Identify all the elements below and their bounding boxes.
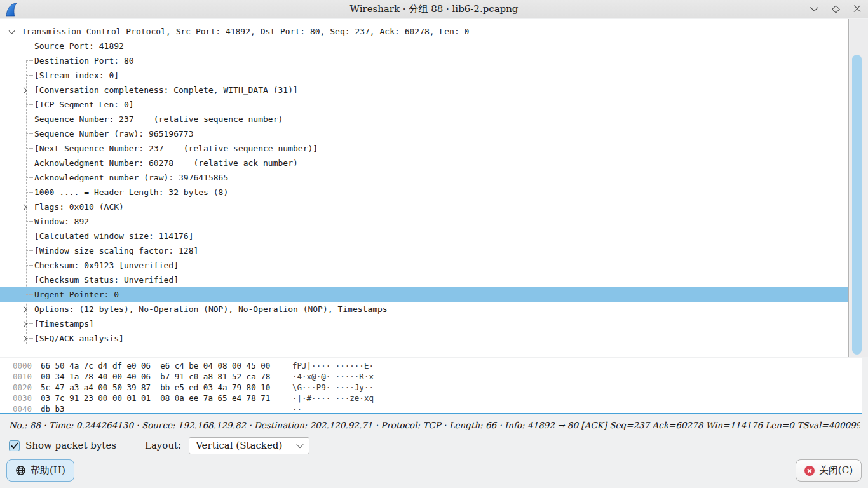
layout-label: Layout: (145, 440, 181, 451)
tree-row[interactable]: [Window size scaling factor: 128] (0, 243, 848, 258)
tree-row-label: Acknowledgment Number: 60278 (relative a… (34, 156, 298, 170)
tree-row-label: [TCP Segment Len: 0] (34, 97, 134, 112)
hex-offset: 0040 (13, 403, 41, 414)
hex-bytes: 5c 47 a3 a4 00 50 39 87 bb e5 ed 03 4a 7… (41, 382, 292, 393)
close-button[interactable]: 关闭(C) (796, 459, 862, 482)
tree-row-label: [Conversation completeness: Complete, WI… (34, 83, 298, 97)
expander-open-icon[interactable] (9, 27, 15, 34)
tree-row[interactable]: [Checksum Status: Unverified] (0, 273, 848, 287)
layout-dropdown[interactable]: Vertical (Stacked) (189, 437, 309, 454)
expander-closed-icon[interactable] (21, 204, 27, 210)
hex-ascii: ·|·#···· ···ze·xq (292, 393, 374, 403)
show-packet-bytes-checkbox[interactable] (9, 440, 20, 451)
expander-closed-icon[interactable] (21, 321, 27, 327)
expander-closed-icon[interactable] (21, 87, 27, 93)
tree-row[interactable]: Sequence Number: 237 (relative sequence … (0, 112, 848, 126)
tree-row[interactable]: 1000 .... = Header Length: 32 bytes (8) (0, 185, 848, 200)
tree-row-label: Urgent Pointer: 0 (34, 287, 119, 302)
tree-row[interactable]: Destination Port: 80 (0, 53, 848, 68)
tree-scrollbar-thumb[interactable] (852, 55, 862, 355)
tree-row-label: [Stream index: 0] (34, 68, 119, 83)
tree-row-label: Destination Port: 80 (34, 53, 134, 68)
window-title: Wireshark · 分组 88 · lib6-2.pcapng (0, 0, 868, 18)
help-button[interactable]: 帮助(H) (6, 459, 74, 482)
tree-row[interactable]: Transmission Control Protocol, Src Port:… (0, 24, 848, 39)
tree-row-label: [Calculated window size: 114176] (34, 229, 193, 243)
globe-help-icon (15, 465, 26, 476)
hex-bytes: 66 50 4a 7c d4 df e0 06 e6 c4 be 04 08 0… (41, 360, 292, 371)
help-button-label: 帮助(H) (31, 464, 65, 477)
tree-row[interactable]: Window: 892 (0, 214, 848, 229)
tree-row-label: Checksum: 0x9123 [unverified] (34, 258, 179, 273)
tree-row-label: [Checksum Status: Unverified] (34, 273, 179, 287)
tree-row-label: Window: 892 (34, 214, 89, 229)
tree-row-label: [Timestamps] (34, 316, 94, 331)
tree-row-label: [SEQ/ACK analysis] (34, 331, 124, 346)
tree-row-label: Sequence Number (raw): 965196773 (34, 126, 193, 141)
hex-row[interactable]: 00205c 47 a3 a4 00 50 39 87 bb e5 ed 03 … (0, 382, 862, 393)
hex-ascii: ·4·x@·@· ·····R·x (292, 371, 374, 382)
hex-row[interactable]: 003003 7c 91 23 00 00 01 01 08 0a ee 7a … (0, 393, 862, 403)
tree-row-label: 1000 .... = Header Length: 32 bytes (8) (34, 185, 228, 200)
tree-row[interactable]: Sequence Number (raw): 965196773 (0, 126, 848, 141)
hex-row[interactable]: 0040db b3·· (0, 403, 862, 414)
tree-row[interactable]: Urgent Pointer: 0 (0, 287, 848, 302)
tree-row-label: [Next Sequence Number: 237 (relative seq… (34, 141, 318, 156)
tree-row-label: Options: (12 bytes), No-Operation (NOP),… (34, 302, 388, 316)
tree-row[interactable]: [TCP Segment Len: 0] (0, 97, 848, 112)
hex-ascii: \G···P9· ····Jy·· (292, 382, 374, 393)
tree-row[interactable]: Options: (12 bytes), No-Operation (NOP),… (0, 302, 848, 316)
packet-summary-line: No.: 88 · Time: 0.244264130 · Source: 19… (9, 416, 860, 434)
expander-closed-icon[interactable] (21, 306, 27, 313)
hex-bytes: 03 7c 91 23 00 00 01 01 08 0a ee 7a 65 e… (41, 393, 292, 403)
tree-row-label: [Window size scaling factor: 128] (34, 243, 198, 258)
packet-detail-window: { "window": { "title": "Wireshark · 分组 8… (0, 0, 868, 488)
tree-scrollbar-track[interactable] (850, 19, 868, 357)
hex-ascii: fPJ|···· ······E· (292, 360, 374, 371)
minimize-icon[interactable] (808, 3, 820, 15)
hex-dump[interactable]: 000066 50 4a 7c d4 df e0 06 e6 c4 be 04 … (0, 358, 862, 414)
hex-bytes: db b3 (41, 403, 292, 414)
tree-row[interactable]: [Calculated window size: 114176] (0, 229, 848, 243)
tree-row[interactable]: Source Port: 41892 (0, 39, 848, 53)
close-icon[interactable] (851, 3, 863, 15)
tree-row-label: Source Port: 41892 (34, 39, 124, 53)
expander-closed-icon[interactable] (21, 336, 27, 342)
show-packet-bytes-label: Show packet bytes (25, 440, 116, 451)
tree-row[interactable]: Flags: 0x010 (ACK) (0, 200, 848, 214)
tree-row[interactable]: [Stream index: 0] (0, 68, 848, 83)
tree-row-label: Transmission Control Protocol, Src Port:… (22, 24, 469, 39)
tree-row[interactable]: Acknowledgment number (raw): 3976415865 (0, 170, 848, 185)
hex-offset: 0030 (13, 393, 41, 403)
maximize-icon[interactable] (830, 3, 841, 15)
hex-ascii: ·· (292, 403, 302, 414)
tree-row[interactable]: [Timestamps] (0, 316, 848, 331)
tree-row[interactable]: [Next Sequence Number: 237 (relative seq… (0, 141, 848, 156)
hex-row[interactable]: 000066 50 4a 7c d4 df e0 06 e6 c4 be 04 … (0, 360, 862, 371)
tree-row[interactable]: Checksum: 0x9123 [unverified] (0, 258, 848, 273)
tree-row-label: Acknowledgment number (raw): 3976415865 (34, 170, 228, 185)
layout-dropdown-value: Vertical (Stacked) (196, 440, 297, 451)
checkmark-icon (11, 442, 18, 449)
tree-row[interactable]: [Conversation completeness: Complete, WI… (0, 83, 848, 97)
close-button-label: 关闭(C) (819, 464, 853, 477)
tree-row-label: Sequence Number: 237 (relative sequence … (34, 112, 283, 126)
hex-bytes: 00 34 1a 78 40 00 40 06 b7 91 c0 a8 81 5… (41, 371, 292, 382)
titlebar[interactable]: Wireshark · 分组 88 · lib6-2.pcapng (0, 0, 868, 18)
hex-offset: 0000 (13, 360, 41, 371)
packet-detail-tree[interactable]: Transmission Control Protocol, Src Port:… (0, 19, 849, 357)
chevron-down-icon (296, 441, 303, 448)
hex-offset: 0010 (13, 371, 41, 382)
tree-row[interactable]: [SEQ/ACK analysis] (0, 331, 848, 346)
tree-row-label: Flags: 0x010 (ACK) (34, 200, 124, 214)
controls-row: Show packet bytes Layout: Vertical (Stac… (9, 436, 860, 455)
tree-row[interactable]: Acknowledgment Number: 60278 (relative a… (0, 156, 848, 170)
hex-row[interactable]: 001000 34 1a 78 40 00 40 06 b7 91 c0 a8 … (0, 371, 862, 382)
hex-offset: 0020 (13, 382, 41, 393)
close-circle-icon (804, 466, 815, 476)
